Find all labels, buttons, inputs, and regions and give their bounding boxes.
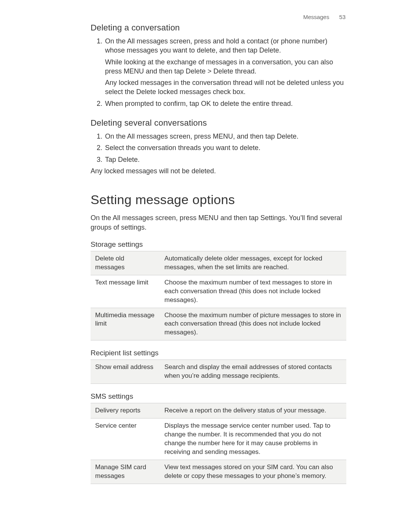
heading-storage-settings: Storage settings <box>91 240 346 249</box>
list-item: Tap Delete. <box>105 155 346 164</box>
setting-label: Manage SIM card messages <box>91 460 160 484</box>
setting-description: Choose the maximum number of text messag… <box>160 275 346 308</box>
note-locked-messages: Any locked messages will not be deleted. <box>91 166 346 176</box>
list-item: When prompted to confirm, tap OK to dele… <box>105 99 346 108</box>
step-paragraph: Any locked messages in the conversation … <box>105 78 346 97</box>
setting-label: Delete old messages <box>91 251 160 275</box>
setting-description: Choose the maximum number of picture mes… <box>160 308 346 340</box>
page-header: Messages 53 <box>303 14 346 20</box>
heading-setting-message-options: Setting message options <box>91 192 346 207</box>
step-bold: Delete <box>118 156 138 163</box>
step-text: Select the conversation threads you want… <box>105 144 260 152</box>
setting-description: Automatically delete older messages, exc… <box>160 251 346 275</box>
step-text: . <box>279 46 281 54</box>
heading-deleting-several: Deleting several conversations <box>91 118 346 128</box>
step-text: On the All messages screen, press and ho… <box>105 37 327 54</box>
intro-bold: Settings <box>260 214 285 222</box>
table-row: Multimedia message limit Choose the maxi… <box>91 308 346 340</box>
step-paragraph: While looking at the exchange of message… <box>105 58 346 76</box>
header-page-number: 53 <box>339 14 346 20</box>
list-item: On the All messages screen, press MENU, … <box>105 132 346 141</box>
table-row: Manage SIM card messages View text messa… <box>91 460 346 484</box>
storage-settings-table: Delete old messages Automatically delete… <box>91 251 346 341</box>
step-text: Tap <box>105 156 118 163</box>
step-bold: OK <box>201 100 211 107</box>
step-text: When prompted to confirm, tap <box>105 100 201 107</box>
setting-description: Receive a report on the delivery status … <box>160 403 346 419</box>
setting-description: Search and display the email addresses o… <box>160 360 346 384</box>
heading-recipient-settings: Recipient list settings <box>91 349 346 357</box>
steps-deleting-conversation: On the All messages screen, press and ho… <box>91 37 346 108</box>
step-text: On the All messages screen, press MENU, … <box>105 133 277 140</box>
setting-label: Multimedia message limit <box>91 308 160 340</box>
step-text: . <box>296 133 298 140</box>
steps-deleting-several: On the All messages screen, press MENU, … <box>91 132 346 164</box>
list-item: Select the conversation threads you want… <box>105 143 346 152</box>
table-row: Delivery reports Receive a report on the… <box>91 403 346 419</box>
setting-description: View text messages stored on your SIM ca… <box>160 460 346 484</box>
setting-label: Delivery reports <box>91 403 160 419</box>
step-text: . <box>138 156 140 163</box>
setting-description: Displays the message service center numb… <box>160 419 346 460</box>
setting-label: Show email address <box>91 360 160 384</box>
table-row: Service center Displays the message serv… <box>91 419 346 460</box>
table-row: Delete old messages Automatically delete… <box>91 251 346 275</box>
step-text: to delete the entire thread. <box>211 100 293 107</box>
heading-deleting-conversation: Deleting a conversation <box>91 23 346 33</box>
step-text: check box. <box>211 88 245 96</box>
list-item: On the All messages screen, press and ho… <box>105 37 346 97</box>
step-bold: Delete <box>186 67 206 75</box>
setting-label: Text message limit <box>91 275 160 308</box>
recipient-settings-table: Show email address Search and display th… <box>91 359 346 384</box>
step-bold: Delete <box>259 46 279 54</box>
intro-text: On the All messages screen, press MENU a… <box>91 214 260 222</box>
intro-paragraph: On the All messages screen, press MENU a… <box>91 213 346 232</box>
sms-settings-table: Delivery reports Receive a report on the… <box>91 403 346 484</box>
page-content: Deleting a conversation On the All messa… <box>0 0 411 484</box>
heading-sms-settings: SMS settings <box>91 392 346 401</box>
step-bold: Delete <box>277 133 296 140</box>
setting-label: Service center <box>91 419 160 460</box>
step-bold: Delete thread <box>213 67 255 75</box>
table-row: Show email address Search and display th… <box>91 360 346 384</box>
step-text: . <box>255 67 256 75</box>
header-section-label: Messages <box>303 14 329 20</box>
table-row: Text message limit Choose the maximum nu… <box>91 275 346 308</box>
step-bold: Delete locked messages <box>136 88 211 96</box>
step-text: > <box>206 67 213 75</box>
